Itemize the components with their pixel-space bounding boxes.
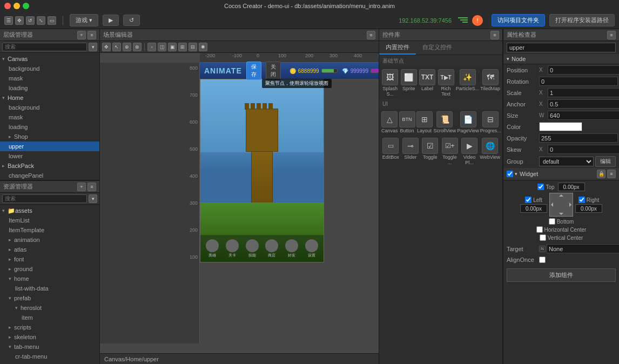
rect-icon[interactable]: ▭ <box>48 16 56 25</box>
node-name-input[interactable] <box>507 43 616 52</box>
ctrl-button[interactable]: BTN Button <box>399 111 415 133</box>
widget-hcenter-checkbox[interactable] <box>536 226 543 233</box>
asset-item-itemtemplate[interactable]: ItemTemplate <box>0 225 99 235</box>
tree-item-backpack[interactable]: ▸ BackPack <box>0 161 99 171</box>
widget-left-checkbox[interactable] <box>525 197 531 203</box>
ctrl-sprite[interactable]: ⬜ Sprite <box>400 69 417 97</box>
widget-menu-icon[interactable]: ≡ <box>607 170 616 178</box>
scene-tool-2[interactable]: ◫ <box>158 43 166 51</box>
ctrl-tiledmap[interactable]: 🗺 TiledMap <box>480 69 500 97</box>
hierarchy-search[interactable] <box>2 43 87 51</box>
asset-item-atlas[interactable]: ▸ atlas <box>0 245 99 254</box>
controls-menu-btn[interactable]: ≡ <box>490 31 499 39</box>
asset-item-assets[interactable]: ▾ 📁 assets <box>0 206 99 215</box>
asset-item-itemlist[interactable]: ItemList <box>0 215 99 225</box>
tree-item-loading2[interactable]: loading <box>0 122 99 132</box>
ctrl-editbox[interactable]: ▭ EditBox <box>381 138 400 165</box>
asset-item-heroslot[interactable]: ▾ heroslot <box>0 303 99 313</box>
widget-right-checkbox[interactable] <box>578 197 585 203</box>
widget-bottom-checkbox[interactable] <box>549 218 555 225</box>
assets-search[interactable] <box>2 194 87 203</box>
ctrl-videoplayer[interactable]: ▶ Video Pl... <box>460 138 479 165</box>
widget-enabled-checkbox[interactable] <box>507 171 513 177</box>
ctrl-pageview[interactable]: 📄 PageView <box>457 111 479 133</box>
move-icon[interactable]: ✥ <box>15 16 24 25</box>
scale-icon[interactable]: ⤡ <box>37 16 45 25</box>
assets-filter-btn[interactable]: ▾ <box>89 194 97 203</box>
scene-tool-6[interactable]: ✱ <box>199 43 207 51</box>
tree-item-shop[interactable]: ▸ Shop <box>0 132 99 141</box>
inspector-menu-btn[interactable]: ≡ <box>607 31 616 39</box>
tree-item-mask1[interactable]: mask <box>0 73 99 83</box>
asset-item-home[interactable]: ▾ home <box>0 274 99 284</box>
widget-right-input[interactable] <box>575 204 602 213</box>
tree-item-canvas[interactable]: ▾ Canvas <box>0 54 99 64</box>
scene-tool-4[interactable]: ⊞ <box>178 43 187 51</box>
tree-item-changepanel[interactable]: changePanel <box>0 171 99 180</box>
tree-item-loading1[interactable]: loading <box>0 83 99 93</box>
widget-top-input[interactable] <box>558 183 585 191</box>
tree-item-home[interactable]: ▾ Home <box>0 93 99 103</box>
ctrl-webview[interactable]: 🌐 WebView <box>480 138 500 165</box>
ctrl-layout[interactable]: ⊞ Layout <box>416 111 433 133</box>
ctrl-toggle[interactable]: ☑ Toggle <box>421 138 439 165</box>
scene-tool-anchor[interactable]: ⊗ <box>133 43 142 51</box>
hierarchy-icon[interactable]: ☰ <box>4 16 13 25</box>
tree-item-lower[interactable]: lower <box>0 151 99 161</box>
asset-item-font[interactable]: ▸ font <box>0 254 99 264</box>
asset-item-skeleton[interactable]: ▸ skeleton <box>0 332 99 342</box>
maximize-button[interactable] <box>23 3 29 9</box>
install-button[interactable]: 打开程序安装器路径 <box>549 14 615 26</box>
ctrl-slider[interactable]: ⊸ Slider <box>401 138 419 165</box>
position-x-input[interactable] <box>548 65 619 75</box>
scene-tool-1[interactable]: ▫ <box>147 43 156 51</box>
color-swatch[interactable] <box>539 122 582 131</box>
scene-tool-3[interactable]: ▣ <box>168 43 177 51</box>
node-section-header[interactable]: ▾ Node <box>503 54 619 64</box>
asset-item-scripts[interactable]: ▸ scripts <box>0 322 99 332</box>
group-edit-btn[interactable]: 编辑 <box>595 156 616 167</box>
assets-menu-btn[interactable]: ≡ <box>88 183 96 191</box>
asset-item-prefab[interactable]: ▾ prefab <box>0 293 99 303</box>
rotation-input[interactable] <box>539 77 618 86</box>
scene-tool-move[interactable]: ✥ <box>102 43 111 51</box>
assets-add-btn[interactable]: + <box>77 183 86 191</box>
scene-menu-btn[interactable]: ≡ <box>367 31 375 39</box>
notification-icon[interactable]: ! <box>472 15 483 26</box>
hierarchy-menu-btn[interactable]: ≡ <box>88 31 96 39</box>
ctrl-particle[interactable]: ✨ ParticleS... <box>456 69 480 97</box>
minimize-button[interactable] <box>14 3 20 9</box>
ctrl-togglegroup[interactable]: ☑+ Toggle ... <box>440 138 459 165</box>
save-anim-button[interactable]: 保存 <box>246 62 261 80</box>
anchor-x-input[interactable] <box>548 99 619 109</box>
rotate-icon[interactable]: ↺ <box>26 16 35 25</box>
tree-item-upper[interactable]: upper <box>0 141 99 151</box>
ctrl-richtext[interactable]: T▶T Rich Text <box>437 69 454 97</box>
asset-item-crtabmenu[interactable]: cr-tab-menu <box>0 352 99 361</box>
refresh-button[interactable]: ↺ <box>123 15 140 26</box>
ctrl-scrollview[interactable]: 📜 ScrollView <box>434 111 456 133</box>
asset-item-listwithdata[interactable]: list-with-data <box>0 284 99 293</box>
align-once-checkbox[interactable] <box>539 257 546 263</box>
asset-item-animation[interactable]: ▸ animation <box>0 235 99 245</box>
close-button[interactable] <box>4 3 11 9</box>
widget-top-checkbox[interactable] <box>537 184 544 190</box>
ctrl-label[interactable]: TXT Label <box>419 69 436 97</box>
add-component-button[interactable]: 添加组件 <box>507 268 616 282</box>
hierarchy-filter-btn[interactable]: ▾ <box>89 43 97 51</box>
widget-left-input[interactable] <box>520 204 547 213</box>
asset-item-scripts2[interactable]: ▸ scripts <box>0 361 99 364</box>
tree-item-background1[interactable]: background <box>0 64 99 73</box>
tab-builtin[interactable]: 内置控件 <box>379 41 416 55</box>
open-project-button[interactable]: 访问项目文件夹 <box>492 14 545 26</box>
scene-tool-5[interactable]: ⊟ <box>189 43 197 51</box>
close-anim-button[interactable]: 关闭 <box>266 62 281 80</box>
tree-item-mask2[interactable]: mask <box>0 112 99 122</box>
tree-item-background2[interactable]: background <box>0 103 99 112</box>
asset-item-tabmenu[interactable]: ▾ tab-menu <box>0 342 99 352</box>
tab-custom[interactable]: 自定义控件 <box>416 41 459 55</box>
widget-vcenter-checkbox[interactable] <box>540 234 546 241</box>
scale-x-input[interactable] <box>548 88 619 97</box>
skew-x-input[interactable] <box>548 145 619 154</box>
size-w-input[interactable] <box>548 111 619 120</box>
